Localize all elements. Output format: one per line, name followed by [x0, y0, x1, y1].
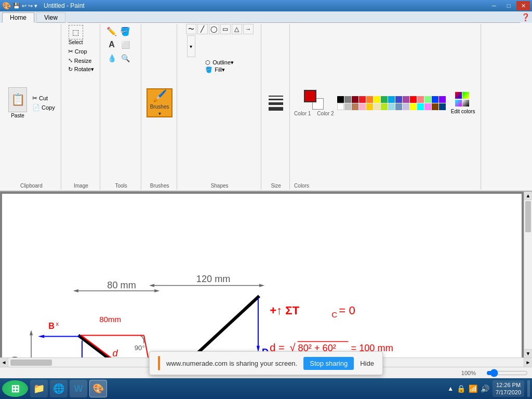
taskbar-chrome[interactable]: 🌐 — [50, 380, 68, 397]
color-lightgray[interactable] — [344, 103, 351, 110]
hscroll-left[interactable]: ◄ — [0, 358, 8, 367]
save-quick[interactable]: 💾 — [13, 3, 20, 9]
titlebar-controls: ─ □ ✕ — [487, 1, 530, 10]
color-orange[interactable] — [366, 96, 373, 103]
close-button[interactable]: ✕ — [516, 1, 530, 10]
color-purple[interactable] — [403, 96, 409, 103]
color-gold[interactable] — [366, 103, 373, 110]
resize-button[interactable]: ⤡ Resize — [66, 57, 94, 64]
title-text: Untitled - Paint — [44, 2, 85, 9]
redo-quick[interactable]: ↪ — [28, 3, 33, 9]
color-yellow[interactable] — [374, 96, 380, 103]
scroll-thumb[interactable] — [525, 201, 531, 232]
color-f3[interactable] — [424, 103, 431, 110]
zoom-level: 100% — [461, 370, 476, 376]
color-blue[interactable] — [388, 96, 395, 103]
taskbar: ⊞ 📁 🌐 W 🎨 ▲ 🔒 📶 🔊 12:26 PM 7/17/2020 — [0, 378, 532, 399]
color-palette — [337, 96, 446, 110]
color-white[interactable] — [337, 103, 344, 110]
color-skyblue[interactable] — [388, 103, 395, 110]
shape-triangle[interactable]: △ — [232, 24, 242, 34]
customize-quick[interactable]: ▾ — [34, 3, 37, 9]
taskbar-clock[interactable]: 12:26 PM 7/17/2020 — [493, 380, 524, 397]
outline-button[interactable]: ⬡ Outline▾ — [205, 59, 234, 66]
color-lavender[interactable] — [403, 103, 409, 110]
speaker-icon[interactable]: 🔊 — [481, 384, 489, 393]
magnify-tool[interactable]: 🔍 — [119, 52, 131, 64]
color-red[interactable] — [359, 96, 366, 103]
color-black[interactable] — [337, 96, 344, 103]
brushes-button[interactable]: 🖌️ Brushes ▾ — [147, 88, 172, 117]
taskbar-word[interactable]: W — [70, 380, 87, 397]
cut-button[interactable]: ✂ Cut — [31, 94, 57, 102]
color-e1[interactable] — [410, 96, 417, 103]
text-tool[interactable]: A — [105, 38, 118, 51]
color-green[interactable] — [381, 96, 388, 103]
start-button[interactable]: ⊞ — [2, 380, 28, 397]
color-gray[interactable] — [344, 96, 351, 103]
shape-arrow[interactable]: → — [243, 24, 254, 34]
svg-text:60: 60 — [10, 356, 20, 357]
color-lime[interactable] — [381, 103, 388, 110]
copy-button[interactable]: 📄 Copy — [31, 103, 57, 112]
show-desktop[interactable] — [527, 380, 530, 397]
size-button[interactable] — [267, 94, 285, 113]
pencil-tool[interactable]: ✏️ — [105, 25, 118, 37]
hscroll-right[interactable]: ► — [524, 358, 532, 367]
color-f1[interactable] — [410, 103, 417, 110]
color-indigo[interactable] — [395, 96, 402, 103]
color-brown[interactable] — [352, 103, 358, 110]
eraser-tool[interactable]: ⬜ — [119, 38, 131, 51]
paint-canvas[interactable]: 80 mm 120 mm 60 80mm 60mm d 90° — [2, 194, 522, 357]
paste-button[interactable]: 📋 Paste — [6, 86, 29, 119]
system-tray-arrow[interactable]: ▲ — [447, 385, 454, 392]
color-slateblue[interactable] — [395, 103, 402, 110]
scroll-down-button[interactable]: ▼ — [524, 349, 532, 357]
color-cream[interactable] — [374, 103, 380, 110]
color-f5[interactable] — [439, 103, 446, 110]
color-darkred[interactable] — [352, 96, 358, 103]
color-f2[interactable] — [417, 103, 424, 110]
undo-quick[interactable]: ↩ — [22, 3, 26, 9]
eyedropper-tool[interactable]: 💧 — [105, 52, 118, 64]
shape-freeform[interactable]: 〜 — [186, 24, 196, 34]
fill-tool[interactable]: 🪣 — [119, 25, 131, 37]
crop-button[interactable]: ✂ Crop — [66, 47, 89, 56]
color-e5[interactable] — [439, 96, 446, 103]
scroll-up-button[interactable]: ▲ — [524, 192, 532, 200]
network-bars[interactable]: 📶 — [469, 384, 477, 393]
color-f4[interactable] — [432, 103, 438, 110]
color-e2[interactable] — [417, 96, 424, 103]
maximize-button[interactable]: □ — [502, 1, 515, 10]
color-pink[interactable] — [359, 103, 366, 110]
help-icon[interactable]: ❓ — [521, 13, 530, 21]
svg-text:+↑ ΣT: +↑ ΣT — [270, 304, 300, 317]
color1-box[interactable] — [304, 90, 316, 102]
hscroll-thumb[interactable] — [10, 360, 52, 366]
shapes-label: Shapes — [211, 183, 229, 189]
color-e4[interactable] — [432, 96, 438, 103]
minimize-button[interactable]: ─ — [487, 1, 501, 10]
taskbar-paint[interactable]: 🎨 — [89, 380, 107, 397]
shape-more[interactable]: ▾ — [187, 35, 195, 57]
quick-access: 💾 ↩ ↪ ▾ — [13, 3, 37, 9]
zoom-slider[interactable] — [486, 369, 528, 377]
edit-colors-button[interactable]: Edit colors — [449, 88, 477, 117]
network-icon[interactable]: 🔒 — [457, 384, 466, 393]
color-e3[interactable] — [424, 96, 431, 103]
ribbon: 📋 Paste ✂ Cut 📄 Copy Clipboard — [0, 23, 532, 192]
tab-view[interactable]: View — [36, 12, 65, 23]
vertical-scrollbar[interactable]: ▲ ▼ — [524, 192, 532, 357]
tab-home[interactable]: Home — [2, 12, 34, 23]
shape-oval[interactable]: ◯ — [209, 24, 219, 34]
shape-line[interactable]: ╱ — [197, 24, 208, 34]
select-button[interactable]: ⬚ Select — [66, 24, 85, 46]
rotate-button[interactable]: ↻ Rotate▾ — [66, 65, 96, 73]
stop-sharing-button[interactable]: Stop sharing — [303, 357, 354, 370]
fill-button[interactable]: 🪣 Fill▾ — [205, 66, 234, 73]
sharing-notification: www.numerade.com is sharing your screen.… — [149, 351, 383, 375]
taskbar-explorer[interactable]: 📁 — [30, 380, 48, 397]
shape-rect[interactable]: ▭ — [220, 24, 231, 34]
clock-time: 12:26 PM — [496, 381, 521, 389]
hide-button[interactable]: Hide — [360, 360, 374, 367]
